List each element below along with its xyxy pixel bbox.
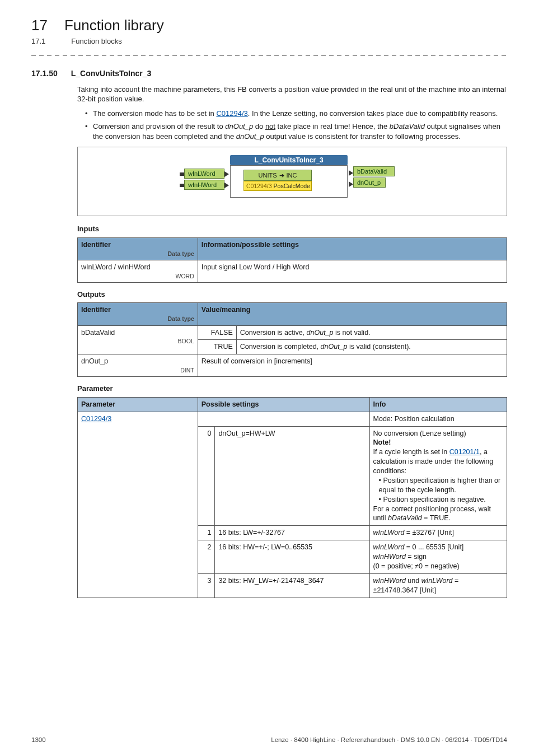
bullet-2-e: output value is consistent for transfer …: [266, 132, 461, 141]
diagram-units-box: UNITS ➔ INC: [243, 170, 312, 181]
subsection-number: 17.1: [31, 36, 45, 46]
intro-paragraph: Taking into account the machine paramete…: [77, 85, 507, 104]
outputs-r2-dt: DINT: [81, 366, 194, 374]
param-r3-n: 3: [198, 573, 215, 598]
outputs-r1-v1b: dnOut_p: [307, 329, 334, 337]
diagram-output-1: bDataValid: [353, 166, 395, 176]
th-datatype: Data type: [81, 250, 194, 258]
param-r2-n: 2: [198, 540, 215, 574]
th-pinfo: Info: [369, 397, 507, 412]
outputs-r2-id: dnOut_p: [81, 357, 108, 365]
param-r0-ia: No conversion (Lenze setting): [373, 429, 503, 438]
arrow-right-icon: [224, 171, 229, 177]
diagram-title: L_ConvUnitsToIncr_3: [230, 155, 348, 165]
section-title: L_ConvUnitsToIncr_3: [71, 68, 152, 79]
outputs-r1-v2c: is valid (consistent).: [349, 343, 411, 351]
diagram-calc-link[interactable]: C01294/3: [246, 182, 272, 190]
outputs-r1-v1a: Conversion is active,: [240, 329, 307, 337]
table-row: C01294/3 Mode: Position calculation: [78, 412, 507, 426]
chapter-number: 17: [31, 16, 48, 35]
th-identifier: Identifier: [81, 306, 111, 314]
th-info-in: Information/possible settings: [198, 237, 507, 260]
diagram-calc-text: PosCalcMode: [274, 182, 310, 190]
bullet-1-a: The conversion mode has to be set in: [93, 109, 216, 118]
arrow-right-icon: [224, 183, 229, 188]
th-value: Value/meaning: [198, 303, 507, 325]
section-number: 17.1.50: [31, 68, 58, 79]
param-r1-s: 16 bits: LW=+/-32767: [215, 526, 369, 540]
th-param: Parameter: [78, 397, 198, 412]
param-r2-ic: wInHWord: [373, 553, 406, 561]
outputs-r1-v2b: dnOut_p: [321, 343, 348, 351]
outputs-r2-v: Result of conversion in [increments]: [198, 354, 507, 377]
divider-rule: [31, 55, 507, 56]
outputs-table: Identifier Data type Value/meaning bData…: [77, 302, 507, 377]
param-r3-ib: und: [407, 577, 421, 585]
stub-in-1: [180, 172, 184, 176]
param-r1-ib: = ±32767 [Unit]: [406, 529, 454, 536]
th-identifier: Identifier: [81, 241, 111, 249]
param-r0-s: dnOut_p=HW+LW: [215, 426, 369, 526]
outputs-r1-v2a: Conversion is completed,: [240, 343, 321, 351]
param-r2-ie: (0 = positive; ≠0 = negative): [373, 562, 503, 571]
inputs-heading: Inputs: [77, 224, 507, 234]
diagram: L_ConvUnitsToIncr_3 wInLWord wInHWord UN…: [172, 155, 413, 208]
param-r3-s: 32 bits: HW_LW=+/-214748_3647: [215, 573, 369, 598]
param-r0-id: • Position specification is higher than …: [373, 476, 503, 495]
link-c01201-1[interactable]: C01201/1: [449, 448, 480, 456]
outputs-r1-v1k: FALSE: [198, 325, 236, 340]
outputs-heading: Outputs: [77, 290, 507, 300]
inputs-r1-dt: WORD: [81, 272, 194, 280]
bullet-1-b: . In the Lenze setting, no conversion ta…: [248, 109, 498, 118]
arrow-right-icon: [349, 170, 353, 176]
table-row: bDataValid BOOL FALSE Conversion is acti…: [78, 325, 507, 340]
outputs-r1-dt: BOOL: [81, 337, 194, 345]
diagram-frame: L_ConvUnitsToIncr_3 wInLWord wInHWord UN…: [77, 147, 507, 216]
bullet-2-a: Conversion and provision of the result t…: [93, 122, 225, 130]
bullet-2-not: not: [265, 122, 275, 130]
bullet-2-i3: dnOut_p: [236, 132, 264, 141]
parameter-table: Parameter Possible settings Info C01294/…: [77, 397, 507, 598]
param-r3-ic: wInLWord: [421, 577, 453, 585]
bullet-2-i1: dnOut_p: [225, 122, 253, 130]
diagram-units-lhs: UNITS: [259, 171, 277, 180]
link-c01294-3[interactable]: C01294/3: [216, 109, 247, 118]
param-r2-ia: wInLWord: [373, 543, 405, 551]
diagram-output-2: dnOut_p: [353, 178, 386, 188]
table-row: dnOut_p DINT Result of conversion in [in…: [78, 354, 507, 377]
inputs-r1-id: wInLWord / wInHWord: [81, 263, 151, 271]
diagram-calc-box: C01294/3 PosCalcMode: [243, 181, 312, 191]
diagram-input-2: wInHWord: [184, 180, 224, 190]
inputs-table: Identifier Data type Information/possibl…: [77, 237, 507, 283]
param-r2-id: = sign: [407, 553, 427, 561]
footer-page: 1300: [31, 736, 46, 745]
th-datatype: Data type: [81, 315, 194, 323]
param-r0-ih: = TRUE.: [424, 514, 451, 522]
diagram-input-1: wInLWord: [184, 169, 224, 179]
th-psettings: Possible settings: [198, 397, 369, 412]
stub-in-2: [180, 184, 184, 187]
bullet-2: Conversion and provision of the result t…: [85, 122, 507, 141]
outputs-r1-id: bDataValid: [81, 329, 115, 337]
chapter-title: Function library: [64, 16, 164, 35]
link-c01294-3-param[interactable]: C01294/3: [81, 415, 111, 423]
param-mode: Mode: Position calculation: [369, 412, 507, 426]
param-r0-ib: If a cycle length is set in: [373, 448, 449, 456]
inputs-r1-info: Input signal Low Word / High Word: [198, 260, 507, 282]
param-r1-ia: wInLWord: [373, 529, 405, 536]
outputs-r1-v2k: TRUE: [198, 340, 236, 354]
arrow-right-icon: ➔: [279, 171, 284, 180]
param-r3-ia: wInHWord: [373, 577, 406, 585]
footer-right: Lenze · 8400 HighLine · Referenzhandbuch…: [271, 736, 507, 745]
bullet-2-b: do: [255, 122, 265, 130]
param-r1-n: 1: [198, 526, 215, 540]
subsection-title: Function blocks: [71, 36, 121, 46]
bullet-2-c: take place in real time! Hence, the: [278, 122, 390, 130]
param-r0-ie: • Position specification is negative.: [373, 495, 503, 505]
parameter-heading: Parameter: [77, 384, 507, 394]
outputs-r1-v1c: is not valid.: [335, 329, 371, 337]
diagram-units-rhs: INC: [287, 171, 297, 180]
bullet-2-i2: bDataValid: [390, 122, 425, 130]
param-r2-s: 16 bits: HW=+/-; LW=0..65535: [215, 540, 369, 574]
param-r2-ib: = 0 ... 65535 [Unit]: [406, 543, 464, 551]
